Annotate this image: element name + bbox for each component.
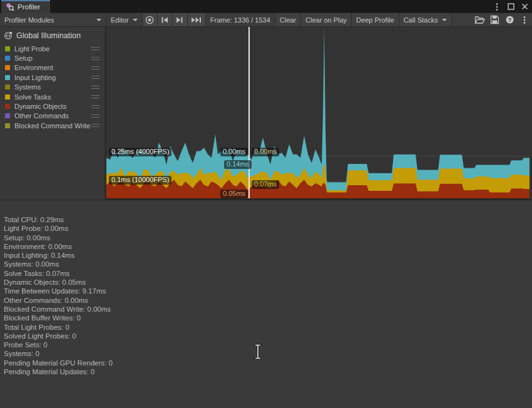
detail-stat-line: Probe Sets: 0 bbox=[4, 340, 532, 349]
profiler-modules-label: Profiler Modules bbox=[4, 16, 54, 24]
call-stacks-dropdown[interactable]: Call Stacks bbox=[399, 13, 452, 26]
clear-on-play-label: Clear on Play bbox=[305, 16, 347, 24]
clear-on-play-button[interactable]: Clear on Play bbox=[301, 13, 352, 26]
drag-handle-icon[interactable] bbox=[91, 105, 100, 108]
next-frame-button[interactable] bbox=[173, 13, 188, 26]
series-label: Solve Tasks bbox=[14, 93, 91, 101]
tab-active-accent bbox=[1, 0, 50, 1]
drag-handle-icon[interactable] bbox=[91, 66, 100, 69]
detail-stat-line: Total Light Probes: 0 bbox=[4, 323, 532, 332]
close-button[interactable] bbox=[519, 2, 529, 12]
chart-pane: Global Illumination Light Probe Setup En… bbox=[0, 27, 532, 200]
drag-handle-icon[interactable] bbox=[91, 86, 100, 89]
detail-stat-line: Dynamic Objects: 0.05ms bbox=[4, 278, 532, 287]
drag-handle-icon[interactable] bbox=[91, 76, 100, 79]
window-titlebar: Profiler bbox=[0, 0, 532, 13]
tab-label: Profiler bbox=[18, 3, 40, 11]
series-label: Light Probe bbox=[14, 45, 91, 53]
deep-profile-button[interactable]: Deep Profile bbox=[352, 13, 399, 26]
detail-stat-line: Solved Light Probes: 0 bbox=[4, 332, 532, 340]
frame-counter: Frame: 1336 / 1534 bbox=[206, 13, 275, 26]
drag-handle-icon[interactable] bbox=[91, 115, 100, 118]
save-profile-button[interactable] bbox=[487, 13, 502, 26]
profiler-icon bbox=[6, 3, 14, 11]
call-stacks-label: Call Stacks bbox=[404, 16, 438, 24]
detail-stat-line: Pending Material Updates: 0 bbox=[4, 367, 532, 376]
legend-item[interactable]: Dynamic Objects bbox=[0, 101, 105, 111]
tab-profiler[interactable]: Profiler bbox=[1, 0, 50, 13]
module-header[interactable]: Global Illumination bbox=[0, 30, 105, 44]
detail-stat-line: Total CPU: 0.29ms bbox=[4, 215, 532, 224]
module-title: Global Illumination bbox=[16, 31, 81, 40]
drag-handle-icon[interactable] bbox=[91, 124, 100, 127]
module-sidebar: Global Illumination Light Probe Setup En… bbox=[0, 27, 106, 200]
series-label: Setup bbox=[14, 54, 91, 62]
clear-button[interactable]: Clear bbox=[275, 13, 301, 26]
profiler-modules-dropdown[interactable]: Profiler Modules bbox=[0, 13, 106, 26]
chevron-down-icon bbox=[96, 19, 101, 21]
current-frame-icon bbox=[190, 15, 203, 25]
profiler-toolbar: Profiler Modules Editor bbox=[0, 13, 532, 27]
legend-item[interactable]: Input Lighting bbox=[0, 73, 105, 82]
series-color-chip bbox=[5, 104, 10, 109]
legend-item[interactable]: Blocked Command Write bbox=[0, 121, 105, 130]
detail-stat-line: Systems: 0.00ms bbox=[4, 260, 532, 268]
legend-item[interactable]: Systems bbox=[0, 83, 105, 92]
current-frame-button[interactable] bbox=[188, 13, 205, 26]
details-panel: Total CPU: 0.29msLight Probe: 0.00msSetu… bbox=[0, 200, 532, 407]
series-color-chip bbox=[5, 123, 10, 128]
load-profile-button[interactable] bbox=[472, 13, 487, 26]
target-selector-label: Editor bbox=[111, 16, 129, 24]
kebab-icon bbox=[523, 16, 526, 24]
legend-item[interactable]: Solve Tasks bbox=[0, 92, 105, 101]
detail-stat-line: Blocked Command Write: 0.00ms bbox=[4, 305, 532, 314]
cpu-usage-chart[interactable]: 0.25ms (4000FPS)0.1ms (10000FPS)0.00ms0.… bbox=[106, 27, 532, 200]
series-label: Blocked Command Write bbox=[14, 122, 91, 130]
detail-stat-line: Light Probe: 0.00ms bbox=[4, 224, 532, 233]
series-label: Input Lighting bbox=[14, 74, 91, 81]
drag-handle-icon[interactable] bbox=[91, 57, 100, 60]
detail-stat-line: Input Lighting: 0.14ms bbox=[4, 251, 532, 260]
help-icon: ? bbox=[505, 15, 514, 24]
profiler-window: Profiler Profiler Modules Editor bbox=[0, 0, 532, 408]
drag-handle-icon[interactable] bbox=[91, 47, 100, 50]
legend-list: Light Probe Setup Environment Input Ligh… bbox=[0, 44, 105, 131]
series-color-chip bbox=[5, 113, 10, 118]
help-button[interactable]: ? bbox=[502, 13, 517, 26]
series-color-chip bbox=[5, 65, 10, 70]
prev-frame-icon bbox=[160, 15, 170, 25]
series-color-chip bbox=[5, 75, 10, 80]
series-label: Other Commands bbox=[14, 112, 91, 120]
series-label: Environment bbox=[14, 64, 91, 71]
svg-text:?: ? bbox=[508, 16, 511, 23]
legend-item[interactable]: Other Commands bbox=[0, 111, 105, 121]
series-label: Systems bbox=[14, 83, 91, 91]
series-label: Dynamic Objects bbox=[14, 103, 91, 110]
record-button[interactable] bbox=[143, 13, 158, 26]
legend-item[interactable]: Light Probe bbox=[0, 44, 105, 53]
legend-item[interactable]: Environment bbox=[0, 63, 105, 73]
detail-stat-line: Environment: 0.00ms bbox=[4, 242, 532, 251]
deep-profile-label: Deep Profile bbox=[356, 16, 394, 24]
record-icon bbox=[145, 15, 155, 25]
detail-stat-line: Other Commands: 0.00ms bbox=[4, 296, 532, 305]
next-frame-icon bbox=[175, 15, 185, 25]
drag-handle-icon[interactable] bbox=[91, 95, 100, 98]
series-color-chip bbox=[5, 56, 10, 61]
window-menu-button[interactable] bbox=[492, 2, 502, 12]
series-color-chip bbox=[5, 84, 10, 89]
save-icon bbox=[490, 15, 499, 24]
chevron-down-icon bbox=[442, 19, 447, 21]
legend-item[interactable]: Setup bbox=[0, 53, 105, 63]
series-color-chip bbox=[5, 46, 10, 51]
series-color-chip bbox=[5, 94, 10, 99]
detail-stat-line: Pending Material GPU Renders: 0 bbox=[4, 359, 532, 367]
context-menu-button[interactable] bbox=[517, 13, 532, 26]
global-illumination-icon bbox=[4, 31, 13, 40]
detail-stat-line: Setup: 0.00ms bbox=[4, 233, 532, 242]
maximize-button[interactable] bbox=[506, 2, 516, 12]
detail-stat-line: Blocked Buffer Writes: 0 bbox=[4, 314, 532, 322]
target-selector-dropdown[interactable]: Editor bbox=[106, 13, 142, 26]
chevron-down-icon bbox=[133, 19, 138, 21]
prev-frame-button[interactable] bbox=[158, 13, 173, 26]
